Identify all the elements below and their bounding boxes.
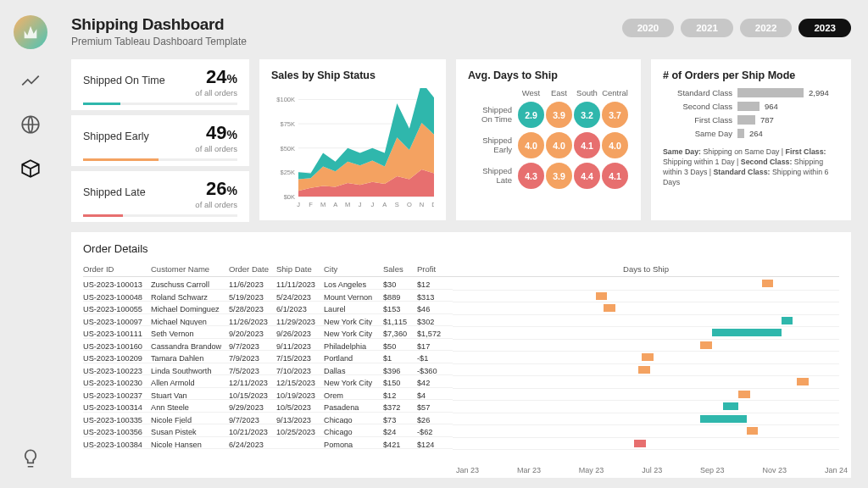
- avg-dot[interactable]: 4.4: [574, 163, 600, 189]
- svg-text:D: D: [431, 201, 434, 208]
- avg-dot[interactable]: 4.0: [546, 132, 572, 158]
- table-cell: 11/26/2023: [229, 314, 276, 327]
- table-cell: US-2023-100209: [83, 351, 151, 363]
- table-cell: $24: [383, 424, 417, 437]
- table-cell: 5/28/2023: [229, 302, 276, 314]
- table-cell: 7/9/2023: [229, 351, 276, 363]
- year-tab-2020[interactable]: 2020: [622, 19, 675, 37]
- avg-dot[interactable]: 3.9: [546, 102, 572, 128]
- table-cell: 10/21/2023: [229, 424, 276, 437]
- kpi-label: Shipped On Time: [83, 75, 165, 86]
- table-cell: New York City: [324, 375, 383, 388]
- logo-icon: [21, 23, 40, 42]
- avg-dot[interactable]: 4.1: [574, 132, 600, 158]
- gantt-row[interactable]: [453, 401, 839, 413]
- nav-package-icon[interactable]: [18, 156, 43, 181]
- table-cell: 9/11/2023: [276, 339, 324, 352]
- table-cell: Michael Dominguez: [151, 302, 229, 314]
- nav-globe-icon[interactable]: [18, 112, 43, 137]
- table-cell: 10/25/2023: [276, 424, 324, 437]
- table-cell: US-2023-100230: [83, 375, 151, 388]
- year-tab-2021[interactable]: 2021: [681, 19, 733, 37]
- avg-dot[interactable]: 3.2: [574, 102, 600, 128]
- table-cell: $50: [383, 339, 417, 352]
- year-tab-2022[interactable]: 2022: [740, 19, 793, 37]
- col-header[interactable]: Sales: [383, 262, 417, 277]
- gantt-row[interactable]: [453, 302, 839, 315]
- table-cell: $889: [383, 290, 417, 302]
- table-cell: $42: [417, 375, 453, 388]
- gantt-row[interactable]: [453, 278, 839, 291]
- table-cell: Dallas: [324, 363, 383, 376]
- gantt-tick: Nov 23: [763, 466, 787, 474]
- gantt-bar: [723, 402, 738, 410]
- gantt-bar: [634, 440, 646, 447]
- gantt-row[interactable]: [453, 389, 839, 402]
- table-cell: -$1: [417, 351, 453, 363]
- gantt-row[interactable]: [453, 340, 839, 352]
- avg-col-west: West: [517, 88, 545, 97]
- gantt-bar: [638, 366, 650, 374]
- gantt-row[interactable]: [453, 327, 839, 340]
- page-title: Shipping Dashboard: [71, 15, 247, 34]
- avg-dot[interactable]: 2.9: [518, 102, 544, 128]
- avg-dot[interactable]: 3.9: [546, 163, 572, 189]
- avg-row-label: Shipped Early: [468, 136, 517, 154]
- gantt-row[interactable]: [453, 352, 839, 364]
- table-cell: New York City: [324, 326, 383, 339]
- gantt-tick: Jul 23: [642, 466, 662, 474]
- svg-text:J: J: [370, 201, 374, 208]
- kpi-sublabel: of all orders: [83, 144, 237, 153]
- avg-dot[interactable]: 4.3: [518, 163, 544, 189]
- col-header[interactable]: Profit: [417, 262, 453, 277]
- table-cell: Laurel: [324, 302, 383, 314]
- gantt-row[interactable]: [453, 315, 839, 328]
- gantt-row[interactable]: [453, 425, 839, 438]
- table-cell: $4: [417, 388, 453, 401]
- col-header[interactable]: City: [324, 262, 383, 277]
- avg-dot[interactable]: 3.7: [602, 102, 628, 128]
- gantt-bar: [604, 304, 615, 312]
- year-tabs: 2020202120222023: [622, 19, 851, 37]
- col-header[interactable]: Customer Name: [151, 262, 229, 277]
- table-cell: $396: [383, 363, 417, 376]
- table-cell: 11/11/2023: [276, 277, 324, 290]
- kpi-shipped-on-time[interactable]: Shipped On Time 24% of all orders: [71, 59, 249, 110]
- gantt-tick: Mar 23: [517, 466, 541, 474]
- col-header[interactable]: Ship Date: [276, 262, 324, 277]
- kpi-shipped-late[interactable]: Shipped Late 26% of all orders: [71, 171, 249, 222]
- year-tab-2023[interactable]: 2023: [798, 19, 851, 37]
- mode-row-same-day[interactable]: Same Day 264: [663, 129, 839, 138]
- table-cell: 11/29/2023: [276, 314, 324, 327]
- avg-dot[interactable]: 4.0: [518, 132, 544, 158]
- table-cell: [276, 437, 324, 450]
- table-cell: $57: [417, 400, 453, 413]
- app-logo: [14, 15, 47, 49]
- gantt-row[interactable]: [453, 438, 839, 451]
- col-header[interactable]: Order Date: [229, 262, 276, 277]
- mode-row-first-class[interactable]: First Class 787: [663, 115, 839, 125]
- kpi-shipped-early[interactable]: Shipped Early 49% of all orders: [71, 115, 249, 166]
- avg-col-east: East: [545, 88, 573, 97]
- mode-row-standard-class[interactable]: Standard Class 2,994: [663, 88, 839, 97]
- svg-text:O: O: [407, 201, 412, 208]
- table-cell: 12/15/2023: [276, 375, 324, 388]
- nav-trend-icon[interactable]: [18, 68, 43, 93]
- table-cell: -$62: [417, 424, 453, 437]
- gantt-row[interactable]: [453, 376, 839, 389]
- mode-row-second-class[interactable]: Second Class 964: [663, 102, 839, 111]
- svg-text:S: S: [395, 201, 399, 208]
- table-cell: -$360: [417, 363, 453, 376]
- table-cell: Tamara Dahlen: [151, 351, 229, 363]
- avg-dot[interactable]: 4.0: [602, 132, 628, 158]
- table-cell: Mount Vernon: [324, 290, 383, 302]
- nav-help-icon[interactable]: [18, 446, 43, 471]
- col-header[interactable]: Order ID: [83, 262, 151, 277]
- avg-dot[interactable]: 4.1: [602, 163, 628, 189]
- gantt-row[interactable]: [453, 413, 839, 426]
- table-cell: 7/10/2023: [276, 363, 324, 376]
- gantt-row[interactable]: [453, 364, 839, 377]
- table-cell: US-2023-100335: [83, 413, 151, 425]
- gantt-row[interactable]: [453, 291, 839, 303]
- table-cell: 10/5/2023: [276, 400, 324, 413]
